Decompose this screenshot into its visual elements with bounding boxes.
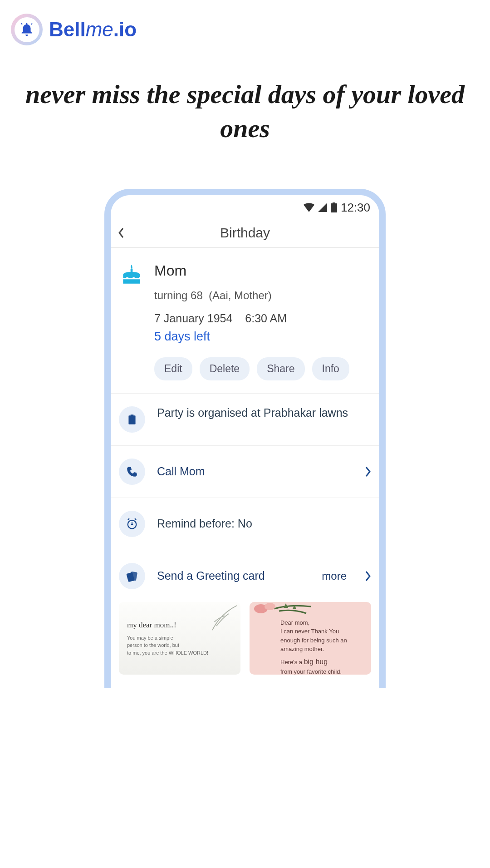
phone-icon (119, 459, 145, 485)
chevron-left-icon (118, 227, 124, 238)
svg-rect-0 (331, 203, 337, 212)
status-bar: 12:30 (111, 195, 379, 218)
app-bar: Birthday (111, 218, 379, 248)
phone-frame: 12:30 Birthday Mom turning 68 (Aai, Moth… (104, 189, 386, 688)
logo-badge (11, 14, 43, 45)
greeting-cards: my dear mom..! You may be a simple perso… (111, 602, 379, 675)
remind-row[interactable]: Remind before: No (111, 498, 379, 550)
cards-icon (119, 563, 145, 589)
cake-icon (119, 262, 144, 288)
clipboard-icon (119, 406, 145, 433)
svg-rect-1 (333, 202, 335, 204)
person-name: Mom (154, 262, 371, 279)
event-datetime: 7 January 19546:30 AM (154, 312, 371, 325)
note-row: Party is organised at Prabhakar lawns (111, 394, 379, 446)
greeting-row[interactable]: Send a Greeting card more (111, 550, 379, 602)
action-chips: Edit Delete Share Info (154, 357, 371, 380)
battery-icon (331, 202, 337, 212)
chevron-right-icon (365, 571, 371, 582)
greeting-label: Send a Greeting card (157, 569, 310, 582)
info-button[interactable]: Info (312, 357, 349, 380)
greeting-card-1[interactable]: my dear mom..! You may be a simple perso… (119, 602, 240, 675)
alarm-add-icon (119, 511, 145, 537)
logo-text: Bellme.io (49, 18, 137, 41)
flower-decoration-icon (250, 602, 315, 627)
call-label: Call Mom (157, 465, 353, 478)
remind-label: Remind before: No (157, 517, 371, 530)
share-button[interactable]: Share (257, 357, 304, 380)
event-summary: Mom turning 68 (Aai, Mother) 7 January 1… (111, 248, 379, 394)
note-text: Party is organised at Prabhakar lawns (157, 406, 371, 419)
bell-icon (19, 22, 34, 37)
tagline: never miss the special days of your love… (0, 77, 490, 146)
wifi-icon (304, 203, 314, 212)
call-row[interactable]: Call Mom (111, 446, 379, 498)
leaf-decoration-icon (204, 602, 240, 638)
greeting-card-2[interactable]: Dear mom, I can never Thank You enough f… (250, 602, 371, 675)
person-subinfo: turning 68 (Aai, Mother) (154, 289, 371, 302)
more-link[interactable]: more (322, 570, 347, 582)
app-bar-title: Birthday (220, 225, 270, 241)
status-time: 12:30 (341, 201, 370, 215)
back-button[interactable] (118, 227, 124, 238)
signal-icon (318, 203, 327, 212)
days-left: 5 days left (154, 330, 371, 344)
svg-point-6 (265, 603, 275, 610)
chevron-right-icon (365, 466, 371, 477)
delete-button[interactable]: Delete (200, 357, 250, 380)
edit-button[interactable]: Edit (154, 357, 192, 380)
app-header: Bellme.io (0, 0, 490, 59)
